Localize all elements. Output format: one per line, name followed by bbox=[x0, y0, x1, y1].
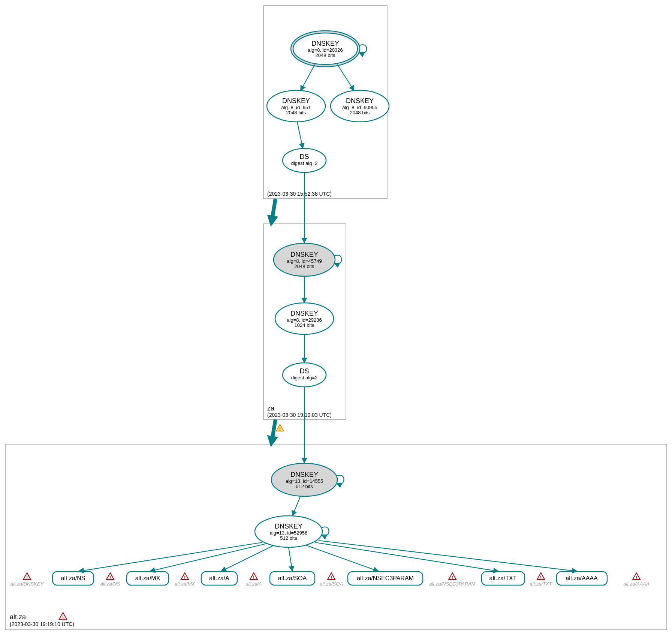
warn-ns[interactable]: ! alt.za/NS bbox=[100, 573, 120, 587]
zone-root-timestamp: (2023-03-30 15:52:38 UTC) bbox=[267, 191, 332, 197]
edge-zone-za-altza bbox=[272, 419, 275, 442]
svg-text:512 bits: 512 bits bbox=[296, 484, 313, 489]
svg-text:alt.za/SOA: alt.za/SOA bbox=[278, 575, 307, 581]
rr-ns[interactable]: alt.za/NS bbox=[52, 572, 94, 585]
svg-text:!: ! bbox=[62, 615, 64, 620]
rr-nsec3param[interactable]: alt.za/NSEC3PARAM bbox=[348, 572, 423, 585]
node-altza-zsk[interactable]: DNSKEY alg=13, id=52956 512 bits bbox=[255, 516, 322, 547]
svg-text:alt.za/DNSKEY: alt.za/DNSKEY bbox=[10, 581, 44, 587]
edge-zsk-txt bbox=[315, 542, 498, 571]
svg-text:!: ! bbox=[331, 575, 332, 580]
svg-text:alg=8, id=20326: alg=8, id=20326 bbox=[308, 47, 343, 53]
svg-text:DNSKEY: DNSKEY bbox=[282, 97, 310, 105]
edge-zsk-a bbox=[221, 545, 274, 571]
svg-text:alg=8, id=951: alg=8, id=951 bbox=[281, 105, 311, 110]
zone-za-label: za bbox=[267, 404, 275, 412]
svg-text:alt.za/A: alt.za/A bbox=[209, 575, 229, 581]
node-root-ds[interactable]: DS digest alg=2 bbox=[283, 148, 326, 172]
warn-aaaa[interactable]: ! alt.za/AAAA bbox=[623, 573, 649, 587]
svg-text:DNSKEY: DNSKEY bbox=[346, 97, 374, 105]
warn-txt[interactable]: ! alt.za/TXT bbox=[530, 573, 552, 587]
svg-text:DNSKEY: DNSKEY bbox=[290, 251, 318, 258]
svg-text:alg=8, id=60955: alg=8, id=60955 bbox=[342, 105, 377, 110]
svg-text:DS: DS bbox=[299, 367, 309, 375]
node-za-ds[interactable]: DS digest alg=2 bbox=[283, 363, 326, 387]
node-root-zsk1[interactable]: DNSKEY alg=8, id=951 2048 bits bbox=[267, 90, 325, 122]
edge-rootksk-zsk2 bbox=[337, 64, 354, 91]
warn-soa[interactable]: ! alt.za/SOA bbox=[320, 573, 343, 587]
svg-text:alg=8, id=45749: alg=8, id=45749 bbox=[287, 258, 322, 264]
warning-icon-zone-altza[interactable]: ! bbox=[276, 424, 284, 432]
warn-dnskey[interactable]: ! alt.za/DNSKEY bbox=[10, 573, 44, 587]
edge-zsk-nsec bbox=[305, 545, 379, 571]
svg-text:DNSKEY: DNSKEY bbox=[275, 523, 302, 530]
edge-rootzsk1-ds bbox=[297, 122, 303, 148]
svg-text:alt.za/TXT: alt.za/TXT bbox=[489, 575, 517, 581]
svg-text:alg=13, id=52956: alg=13, id=52956 bbox=[270, 530, 307, 536]
node-za-ksk[interactable]: DNSKEY alg=8, id=45749 2048 bits bbox=[274, 243, 335, 276]
svg-text:alt.za/NSEC3PARAM: alt.za/NSEC3PARAM bbox=[429, 581, 475, 587]
svg-text:alt.za/NSEC3PARAM: alt.za/NSEC3PARAM bbox=[357, 575, 414, 581]
svg-text:alt.za/AAAA: alt.za/AAAA bbox=[623, 581, 649, 587]
edge-altzaksk-zsk bbox=[292, 496, 301, 516]
svg-text:!: ! bbox=[253, 575, 254, 580]
svg-text:alt.za/AAAA: alt.za/AAAA bbox=[566, 575, 598, 581]
edge-zone-root-za bbox=[272, 199, 275, 221]
svg-text:alt.za/SOA: alt.za/SOA bbox=[320, 581, 343, 587]
dnssec-graph: . (2023-03-30 15:52:38 UTC) DNSKEY alg=8… bbox=[0, 0, 672, 635]
svg-text:DNSKEY: DNSKEY bbox=[290, 310, 318, 317]
node-za-zsk[interactable]: DNSKEY alg=8, id=29236 1024 bits bbox=[275, 303, 334, 334]
svg-text:DS: DS bbox=[299, 153, 309, 160]
svg-text:alg=13, id=14555: alg=13, id=14555 bbox=[286, 478, 323, 484]
zone-altza-box bbox=[5, 444, 667, 630]
svg-text:!: ! bbox=[184, 575, 186, 580]
svg-text:!: ! bbox=[109, 575, 111, 580]
rr-mx[interactable]: alt.za/MX bbox=[127, 572, 169, 585]
zone-altza-timestamp: (2023-03-30 19:19:10 UTC) bbox=[10, 621, 74, 627]
svg-text:digest alg=2: digest alg=2 bbox=[291, 375, 317, 380]
svg-text:2048 bits: 2048 bits bbox=[316, 52, 335, 58]
svg-text:alt.za/TXT: alt.za/TXT bbox=[530, 581, 552, 587]
warn-zone-altza[interactable]: ! bbox=[59, 613, 67, 620]
svg-text:alt.za/MX: alt.za/MX bbox=[135, 575, 160, 581]
node-root-ksk[interactable]: DNSKEY alg=8, id=20326 2048 bits bbox=[291, 31, 360, 67]
rr-aaaa[interactable]: alt.za/AAAA bbox=[557, 572, 607, 585]
rr-a[interactable]: alt.za/A bbox=[201, 572, 237, 585]
zone-altza-label: alt.za bbox=[10, 613, 26, 621]
warn-a[interactable]: ! alt.za/A bbox=[245, 573, 262, 587]
svg-text:2048 bits: 2048 bits bbox=[350, 110, 370, 115]
rr-txt[interactable]: alt.za/TXT bbox=[482, 572, 525, 585]
rr-soa[interactable]: alt.za/SOA bbox=[270, 572, 315, 585]
svg-text:2048 bits: 2048 bits bbox=[286, 110, 306, 115]
warn-mx[interactable]: ! alt.za/MX bbox=[175, 573, 196, 587]
edge-rootksk-zsk1 bbox=[301, 64, 315, 91]
svg-text:!: ! bbox=[279, 427, 281, 432]
svg-text:!: ! bbox=[636, 575, 637, 580]
svg-text:digest alg=2: digest alg=2 bbox=[291, 160, 317, 166]
edge-zsk-ns bbox=[79, 542, 262, 571]
svg-text:DNSKEY: DNSKEY bbox=[290, 471, 318, 478]
warn-nsec[interactable]: ! alt.za/NSEC3PARAM bbox=[429, 573, 475, 587]
svg-text:alt.za/MX: alt.za/MX bbox=[175, 581, 196, 587]
svg-text:alt.za/NS: alt.za/NS bbox=[61, 575, 85, 581]
svg-text:alt.za/NS: alt.za/NS bbox=[100, 581, 120, 587]
node-altza-ksk[interactable]: DNSKEY alg=13, id=14555 512 bits bbox=[271, 463, 337, 496]
svg-text:!: ! bbox=[26, 575, 28, 580]
edge-zsk-soa bbox=[289, 547, 292, 571]
svg-text:!: ! bbox=[540, 575, 542, 580]
node-root-zsk2[interactable]: DNSKEY alg=8, id=60955 2048 bits bbox=[331, 90, 389, 122]
svg-text:alt.za/A: alt.za/A bbox=[245, 581, 262, 587]
edge-zsk-aaaa bbox=[319, 541, 577, 571]
svg-text:DNSKEY: DNSKEY bbox=[311, 40, 339, 47]
zone-root-label: . bbox=[267, 184, 269, 190]
svg-text:1024 bits: 1024 bits bbox=[295, 322, 314, 328]
svg-text:!: ! bbox=[452, 575, 453, 580]
svg-text:alg=8, id=29236: alg=8, id=29236 bbox=[287, 317, 322, 323]
svg-text:2048 bits: 2048 bits bbox=[295, 264, 314, 269]
svg-text:512 bits: 512 bits bbox=[280, 535, 297, 541]
zone-za-timestamp: (2023-03-30 19:19:03 UTC) bbox=[267, 412, 332, 418]
